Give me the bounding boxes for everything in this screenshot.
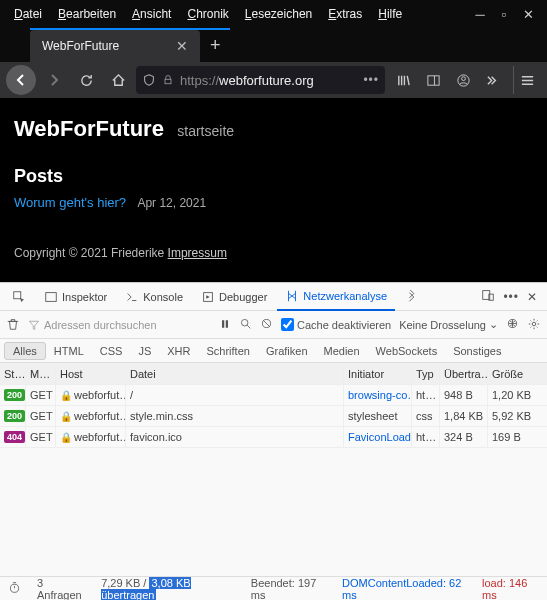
nav-bar: https://webforfuture.org ••• [0, 62, 547, 98]
search-icon[interactable] [239, 317, 252, 332]
posts-heading: Posts [14, 166, 533, 187]
lock-icon: 🔒 [60, 411, 72, 422]
lock-icon: 🔒 [60, 390, 72, 401]
responsive-icon[interactable] [481, 288, 495, 305]
menu-history[interactable]: Chronik [179, 5, 236, 23]
url-text: https://webforfuture.org [180, 73, 357, 88]
tab-debugger[interactable]: Debugger [193, 283, 275, 310]
svg-rect-0 [165, 79, 171, 84]
library-icon[interactable] [389, 66, 417, 94]
account-icon[interactable] [449, 66, 477, 94]
network-table: St… M… Host Datei Initiator Typ Übertra…… [0, 363, 547, 576]
tabs-overflow-icon[interactable] [397, 283, 427, 310]
svg-rect-11 [226, 320, 228, 328]
col-initiator[interactable]: Initiator [344, 363, 412, 384]
maximize-icon[interactable]: ▫ [497, 7, 511, 21]
minimize-icon[interactable]: ─ [473, 7, 487, 21]
shield-icon [142, 73, 156, 87]
status-dom: DOMContentLoaded: 62 ms [342, 577, 466, 601]
filter-types: AllesHTMLCSSJSXHRSchriftenGrafikenMedien… [0, 339, 547, 363]
svg-point-12 [241, 319, 248, 326]
menu-bookmarks[interactable]: Lesezeichen [237, 5, 320, 23]
svg-rect-5 [14, 291, 21, 298]
menu-bar: Datei Bearbeiten Ansicht Chronik Lesezei… [0, 0, 547, 28]
tab-console[interactable]: Konsole [117, 283, 191, 310]
status-size: 7,29 KB / 3,08 KB übertragen [101, 577, 235, 601]
tab-inspector[interactable]: Inspektor [36, 283, 115, 310]
filter-type[interactable]: JS [130, 343, 159, 359]
close-icon[interactable]: ✕ [521, 7, 535, 21]
col-method[interactable]: M… [26, 363, 56, 384]
clear-icon[interactable] [6, 317, 20, 333]
filter-input[interactable]: Adressen durchsuchen [28, 319, 211, 331]
back-button[interactable] [6, 65, 36, 95]
post-link[interactable]: Worum geht's hier? [14, 195, 126, 210]
devtools-menu-icon[interactable]: ••• [503, 290, 519, 304]
filter-type[interactable]: HTML [46, 343, 92, 359]
filter-type[interactable]: Sonstiges [445, 343, 509, 359]
menu-view[interactable]: Ansicht [124, 5, 179, 23]
devtools-close-icon[interactable]: ✕ [527, 290, 537, 304]
overflow-icon[interactable] [479, 66, 507, 94]
col-size[interactable]: Größe [488, 363, 538, 384]
page-footer: Copyright © 2021 Friederike Impressum [14, 246, 533, 260]
network-toolbar: Adressen durchsuchen Cache deaktivieren … [0, 311, 547, 339]
tab-close-icon[interactable]: ✕ [174, 38, 190, 54]
status-bar: 3 Anfragen 7,29 KB / 3,08 KB übertragen … [0, 576, 547, 600]
col-transferred[interactable]: Übertra… [440, 363, 488, 384]
tab-active[interactable]: WebForFuture ✕ [30, 30, 200, 62]
col-type[interactable]: Typ [412, 363, 440, 384]
stopwatch-icon[interactable] [8, 581, 21, 596]
disable-cache-checkbox[interactable]: Cache deaktivieren [281, 318, 391, 331]
status-requests: 3 Anfragen [37, 577, 85, 601]
devtools-tabs: Inspektor Konsole Debugger Netzwerkanaly… [0, 283, 547, 311]
table-row[interactable]: 200GET🔒webforfut…/browsing-co…ht…948 B1,… [0, 385, 547, 406]
menu-file[interactable]: Datei [6, 5, 50, 23]
filter-type[interactable]: Schriften [199, 343, 258, 359]
svg-point-15 [532, 322, 536, 326]
page-content: WebForFuture startseite Posts Worum geht… [0, 98, 547, 282]
col-file[interactable]: Datei [126, 363, 344, 384]
impressum-link[interactable]: Impressum [168, 246, 227, 260]
page-subtitle[interactable]: startseite [177, 123, 234, 139]
col-status[interactable]: St… [0, 363, 26, 384]
filter-type[interactable]: Medien [316, 343, 368, 359]
settings-icon[interactable] [527, 317, 541, 333]
block-icon[interactable] [260, 317, 273, 332]
tab-bar: WebForFuture ✕ + [0, 28, 547, 62]
throttle-select[interactable]: Keine Drosselung⌄ [399, 318, 498, 331]
filter-type[interactable]: Grafiken [258, 343, 316, 359]
lock-icon [162, 74, 174, 86]
table-row[interactable]: 404GET🔒webforfut…favicon.icoFaviconLoad…… [0, 427, 547, 448]
forward-button[interactable] [40, 66, 68, 94]
reload-button[interactable] [72, 66, 100, 94]
filter-type[interactable]: XHR [159, 343, 198, 359]
menu-edit[interactable]: Bearbeiten [50, 5, 124, 23]
table-row[interactable]: 200GET🔒webforfut…style.min.cssstylesheet… [0, 406, 547, 427]
new-tab-button[interactable]: + [200, 35, 231, 56]
menu-button[interactable] [513, 66, 541, 94]
svg-rect-10 [222, 320, 224, 328]
filter-type[interactable]: CSS [92, 343, 131, 359]
filter-type[interactable]: WebSockets [368, 343, 446, 359]
menu-extras[interactable]: Extras [320, 5, 370, 23]
har-icon[interactable] [506, 317, 519, 332]
lock-icon: 🔒 [60, 432, 72, 443]
tab-network[interactable]: Netzwerkanalyse [277, 284, 395, 311]
page-actions-icon[interactable]: ••• [363, 73, 379, 87]
page-title: WebForFuture [14, 116, 164, 142]
home-button[interactable] [104, 66, 132, 94]
pause-icon[interactable] [219, 318, 231, 332]
chevron-down-icon: ⌄ [489, 318, 498, 331]
devtools: Inspektor Konsole Debugger Netzwerkanaly… [0, 282, 547, 600]
status-load: load: 146 ms [482, 577, 539, 601]
filter-type[interactable]: Alles [4, 342, 46, 360]
col-host[interactable]: Host [56, 363, 126, 384]
devtools-picker-icon[interactable] [4, 283, 34, 310]
status-finish: Beendet: 197 ms [251, 577, 326, 601]
svg-rect-1 [427, 75, 438, 84]
menu-help[interactable]: Hilfe [370, 5, 410, 23]
sidebar-icon[interactable] [419, 66, 447, 94]
url-bar[interactable]: https://webforfuture.org ••• [136, 66, 385, 94]
svg-rect-6 [46, 292, 57, 301]
